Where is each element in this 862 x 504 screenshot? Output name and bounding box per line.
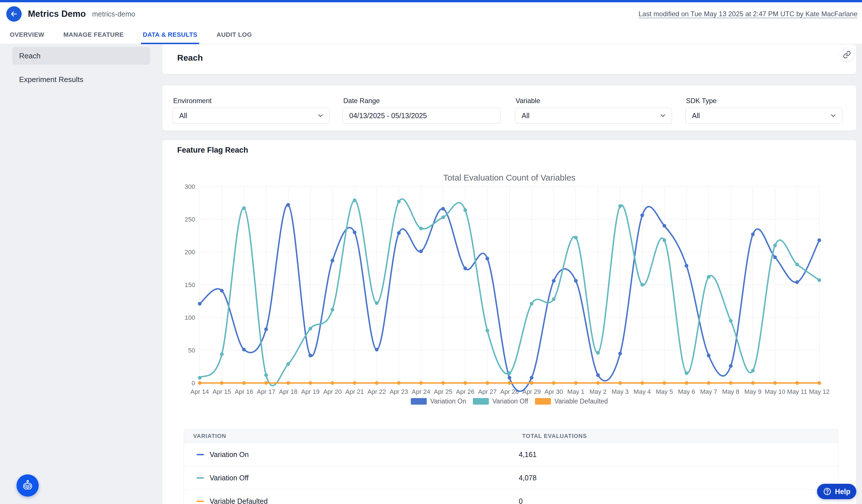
table-body: Variation On 4,161 Variation Off 4,078 V… xyxy=(184,443,838,504)
legend-swatch xyxy=(535,398,551,404)
environment-select[interactable]: All xyxy=(173,108,330,123)
variation-total: 4,078 xyxy=(519,474,838,482)
page: Metrics Demo metrics-demo Last modified … xyxy=(0,0,862,504)
svg-text:May 9: May 9 xyxy=(744,388,761,395)
variation-color-marker xyxy=(197,454,204,455)
svg-text:Apr 27: Apr 27 xyxy=(478,388,497,395)
variable-select[interactable]: All xyxy=(515,108,672,123)
link-icon xyxy=(843,51,851,59)
help-button[interactable]: Help xyxy=(817,484,856,499)
svg-text:Apr 14: Apr 14 xyxy=(191,388,209,395)
legend-label: Variation On xyxy=(430,398,466,405)
robot-icon xyxy=(21,479,34,492)
question-circle-icon xyxy=(823,487,832,496)
svg-text:May 2: May 2 xyxy=(589,388,606,395)
app-header: Metrics Demo metrics-demo Last modified … xyxy=(0,2,862,26)
variation-color-marker xyxy=(197,477,204,479)
back-button[interactable] xyxy=(6,6,22,22)
variable-value: All xyxy=(522,111,530,120)
page-title: Reach xyxy=(177,53,203,63)
svg-text:200: 200 xyxy=(185,249,195,256)
svg-text:May 6: May 6 xyxy=(678,388,695,395)
svg-text:Apr 20: Apr 20 xyxy=(323,388,342,395)
table-row: Variable Defaulted 0 xyxy=(184,490,838,504)
tab-bar: OVERVIEW MANAGE FEATURE DATA & RESULTS A… xyxy=(0,26,862,44)
chart-legend: Variation OnVariation OffVariable Defaul… xyxy=(162,398,856,405)
help-button-label: Help xyxy=(835,488,850,496)
tab-data-and-results[interactable]: DATA & RESULTS xyxy=(141,26,199,44)
assistant-robot-button[interactable] xyxy=(16,474,39,496)
legend-label: Variable Defaulted xyxy=(554,398,608,405)
svg-text:May 3: May 3 xyxy=(612,388,629,395)
svg-text:May 4: May 4 xyxy=(634,388,651,395)
last-modified-text: Last modified on Tue May 13 2025 at 2:47… xyxy=(639,2,858,26)
legend-item[interactable]: Variation On xyxy=(411,398,466,405)
table-row: Variation On 4,161 xyxy=(184,443,838,466)
svg-text:Apr 25: Apr 25 xyxy=(434,388,452,395)
chevron-down-icon xyxy=(659,112,667,119)
date-range-input[interactable]: 04/13/2025 - 05/13/2025 xyxy=(343,108,501,123)
svg-text:Apr 19: Apr 19 xyxy=(301,388,319,395)
column-header-total-evaluations: TOTAL EVALUATIONS xyxy=(522,433,838,439)
svg-text:May 10: May 10 xyxy=(765,388,785,395)
svg-text:150: 150 xyxy=(185,281,195,289)
svg-text:Apr 18: Apr 18 xyxy=(279,388,297,395)
sidebar-item-experiment-results[interactable]: Experiment Results xyxy=(12,71,150,88)
svg-text:May 8: May 8 xyxy=(722,388,739,395)
legend-item[interactable]: Variable Defaulted xyxy=(535,398,608,405)
environment-value: All xyxy=(179,111,187,120)
svg-text:0: 0 xyxy=(192,380,195,387)
legend-swatch xyxy=(473,398,489,404)
svg-text:Apr 22: Apr 22 xyxy=(367,388,386,395)
svg-text:Apr 23: Apr 23 xyxy=(390,388,408,395)
feature-slug: metrics-demo xyxy=(92,10,135,18)
svg-text:May 12: May 12 xyxy=(809,388,830,395)
sidebar-item-reach[interactable]: Reach xyxy=(12,47,150,65)
svg-text:Apr 30: Apr 30 xyxy=(544,388,563,395)
column-header-variation: VARIATION xyxy=(184,433,522,439)
date-range-label: Date Range xyxy=(343,97,380,105)
copy-link-button[interactable] xyxy=(840,48,854,62)
legend-label: Variation Off xyxy=(492,398,528,405)
tab-manage-feature[interactable]: MANAGE FEATURE xyxy=(62,26,125,44)
svg-text:May 11: May 11 xyxy=(787,388,807,395)
tab-audit-log[interactable]: AUDIT LOG xyxy=(215,26,254,44)
svg-text:250: 250 xyxy=(185,216,195,223)
variation-color-marker xyxy=(197,501,204,502)
sdk-type-label: SDK Type xyxy=(686,97,717,105)
environment-label: Environment xyxy=(173,97,212,105)
variable-label: Variable xyxy=(515,97,540,105)
sdk-type-select[interactable]: All xyxy=(685,108,843,123)
variation-total: 4,161 xyxy=(519,450,838,459)
svg-text:Apr 24: Apr 24 xyxy=(412,388,430,395)
variation-name: Variation Off xyxy=(210,474,249,482)
variation-table: VARIATION TOTAL EVALUATIONS Variation On… xyxy=(184,429,838,504)
top-accent-bar xyxy=(0,0,862,2)
page-header-card xyxy=(162,44,856,74)
svg-text:Apr 15: Apr 15 xyxy=(212,388,231,395)
sdk-type-value: All xyxy=(692,111,700,120)
legend-item[interactable]: Variation Off xyxy=(473,398,528,405)
svg-text:Apr 21: Apr 21 xyxy=(345,388,364,395)
chevron-down-icon xyxy=(830,112,837,119)
table-header-row: VARIATION TOTAL EVALUATIONS xyxy=(184,429,838,443)
sidebar-item-label: Reach xyxy=(19,52,40,61)
feature-title: Metrics Demo xyxy=(28,9,86,19)
variation-total: 0 xyxy=(519,497,838,504)
svg-text:Apr 26: Apr 26 xyxy=(456,388,474,395)
chart-card-title: Feature Flag Reach xyxy=(177,146,248,155)
chevron-down-icon xyxy=(317,112,324,119)
evaluation-count-line-chart: Apr 14Apr 15Apr 16Apr 17Apr 18Apr 19Apr … xyxy=(162,157,856,413)
legend-swatch xyxy=(411,398,427,404)
tab-overview[interactable]: OVERVIEW xyxy=(8,26,46,44)
svg-text:300: 300 xyxy=(185,183,195,190)
svg-text:100: 100 xyxy=(185,314,195,321)
svg-text:Apr 17: Apr 17 xyxy=(257,388,275,395)
svg-text:May 5: May 5 xyxy=(656,388,673,395)
svg-text:Apr 16: Apr 16 xyxy=(235,388,253,395)
variation-name: Variable Defaulted xyxy=(210,497,268,504)
variation-name: Variation On xyxy=(210,450,249,459)
sidebar-item-label: Experiment Results xyxy=(19,75,83,84)
svg-text:May 1: May 1 xyxy=(567,388,585,395)
date-range-value: 04/13/2025 - 05/13/2025 xyxy=(349,111,427,120)
